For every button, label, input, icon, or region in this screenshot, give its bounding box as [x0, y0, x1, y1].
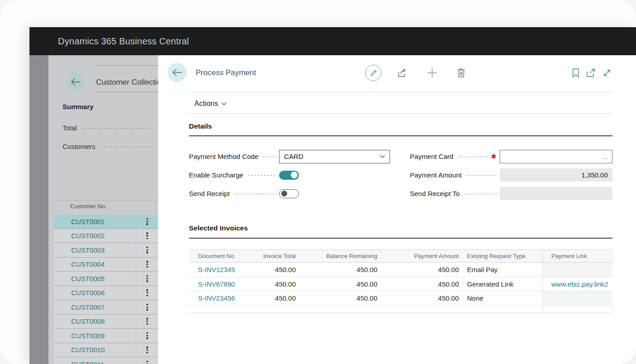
- customer-link[interactable]: CUST0009: [54, 332, 136, 340]
- summary-total-row: Total: [63, 123, 154, 132]
- payment-link-cell: [542, 291, 612, 306]
- customer-link[interactable]: CUST0004: [54, 260, 136, 268]
- send-receipt-row: Send Receipt: [189, 187, 299, 200]
- customer-row[interactable]: CUST0009: [54, 329, 158, 343]
- dotted-leader: [81, 128, 153, 129]
- row-menu-button[interactable]: [136, 300, 158, 314]
- customer-row[interactable]: CUST0010: [54, 343, 158, 358]
- invoice-table-empty-row: [189, 306, 612, 313]
- payment-link-cell: [542, 263, 612, 277]
- selected-invoices-heading: Selected Invoices: [189, 224, 248, 232]
- customer-row[interactable]: CUST0007: [54, 300, 158, 315]
- trash-icon: [457, 68, 466, 78]
- share-icon: [397, 68, 409, 78]
- kebab-icon: [146, 218, 148, 225]
- row-menu-button[interactable]: [136, 329, 158, 343]
- invoice-table-body: S-INV12345450.00450.00450.00Email PayS-I…: [189, 263, 612, 306]
- column-header[interactable]: Existing Request Type: [461, 250, 542, 262]
- back-button[interactable]: [66, 72, 85, 91]
- customer-row[interactable]: CUST0005: [54, 272, 158, 286]
- column-header[interactable]: Payment Link: [542, 250, 612, 262]
- customer-link[interactable]: CUST0010: [54, 346, 136, 354]
- document-no-link[interactable]: S-INV67890: [198, 280, 235, 288]
- row-menu-button[interactable]: [136, 272, 158, 286]
- customer-row[interactable]: CUST0006: [54, 286, 158, 301]
- row-menu-button[interactable]: [136, 243, 158, 257]
- document-no-cell: S-INV23456: [189, 291, 257, 306]
- title-divider-bottom: [96, 92, 158, 92]
- invoice-cell: 450.00: [257, 277, 298, 292]
- back-arrow-icon: [71, 78, 81, 86]
- document-no-link[interactable]: S-INV23456: [198, 294, 235, 302]
- invoice-row[interactable]: S-INV23456450.00450.00450.00None: [189, 291, 612, 306]
- invoice-cell: 450.00: [379, 291, 461, 306]
- customer-link[interactable]: CUST0001: [54, 218, 136, 225]
- enable-surcharge-toggle[interactable]: [279, 171, 299, 180]
- column-header[interactable]: Document No.: [189, 250, 257, 262]
- open-in-window-button[interactable]: [584, 66, 598, 80]
- list-header-divider: [54, 200, 158, 201]
- row-menu-button[interactable]: [136, 315, 158, 329]
- customer-row[interactable]: CUST0008: [54, 315, 158, 329]
- column-header[interactable]: Invoice Total: [257, 250, 298, 262]
- kebab-icon: [146, 247, 148, 254]
- column-header[interactable]: Balance Remaining: [298, 250, 379, 262]
- document-no-cell: S-INV12345: [189, 263, 257, 277]
- bookmark-icon: [572, 68, 579, 77]
- customer-row[interactable]: CUST0011: [54, 357, 158, 364]
- payment-method-code-select[interactable]: CARD: [279, 150, 390, 163]
- row-menu-button[interactable]: [136, 357, 158, 364]
- customer-row[interactable]: CUST0002: [54, 229, 158, 244]
- customer-link[interactable]: CUST0007: [54, 303, 136, 311]
- payment-link-cell: www.ebiz.pay.link2: [542, 277, 612, 292]
- expand-button[interactable]: [600, 66, 614, 80]
- invoice-cell: 450.00: [298, 291, 379, 306]
- delete-button[interactable]: [454, 66, 468, 80]
- customer-link[interactable]: CUST0008: [54, 317, 136, 325]
- details-heading: Details: [189, 122, 212, 130]
- pencil-icon: [370, 69, 377, 77]
- row-menu-button[interactable]: [136, 215, 158, 229]
- payment-method-code-value: CARD: [284, 153, 380, 160]
- summary-customers-row: Customers: [63, 142, 154, 151]
- customer-link[interactable]: CUST0002: [54, 232, 136, 239]
- send-receipt-to-field: [500, 187, 612, 200]
- customer-link[interactable]: CUST0006: [54, 289, 136, 297]
- summary-heading: Summary: [63, 103, 93, 110]
- document-no-cell: S-INV67890: [189, 277, 257, 292]
- actions-menu[interactable]: Actions: [194, 98, 226, 109]
- assist-edit-button[interactable]: …: [602, 154, 608, 159]
- edit-button[interactable]: [365, 65, 381, 81]
- payment-link[interactable]: www.ebiz.pay.link2: [551, 280, 608, 288]
- bookmark-button[interactable]: [569, 66, 583, 80]
- row-menu-button[interactable]: [136, 286, 158, 300]
- payment-card-input[interactable]: …: [500, 150, 612, 163]
- invoice-row[interactable]: S-INV67890450.00450.00450.00Generated Li…: [189, 277, 612, 292]
- column-header[interactable]: Payment Amount: [379, 250, 461, 262]
- send-receipt-toggle[interactable]: [279, 189, 299, 198]
- row-menu-button[interactable]: [136, 343, 158, 357]
- row-menu-button[interactable]: [136, 229, 158, 243]
- kebab-icon: [146, 261, 148, 268]
- dotted-leader: [464, 193, 498, 195]
- kebab-icon: [146, 232, 148, 239]
- customer-link[interactable]: CUST0005: [54, 275, 136, 283]
- back-button[interactable]: [168, 63, 187, 82]
- customer-row[interactable]: CUST0001: [54, 215, 158, 229]
- customer-link[interactable]: CUST0003: [54, 246, 136, 254]
- share-button[interactable]: [395, 66, 410, 80]
- selected-invoices-underline: [189, 238, 612, 239]
- new-button[interactable]: [425, 66, 439, 80]
- invoice-cell: 450.00: [298, 263, 379, 277]
- invoice-cell: 450.00: [257, 291, 298, 306]
- customer-link[interactable]: CUST0011: [54, 360, 136, 364]
- payment-amount-value: 1,350.00: [504, 171, 608, 179]
- row-menu-button[interactable]: [136, 258, 158, 272]
- customer-row[interactable]: CUST0003: [54, 243, 158, 258]
- actions-label: Actions: [194, 100, 218, 108]
- invoice-row[interactable]: S-INV12345450.00450.00450.00Email Pay: [189, 263, 612, 277]
- customer-row[interactable]: CUST0004: [54, 258, 158, 272]
- send-receipt-to-row: Send Receipt To: [410, 187, 612, 200]
- document-no-link[interactable]: S-INV12345: [198, 266, 235, 273]
- payment-card-row: Payment Card ✱ …: [410, 150, 612, 163]
